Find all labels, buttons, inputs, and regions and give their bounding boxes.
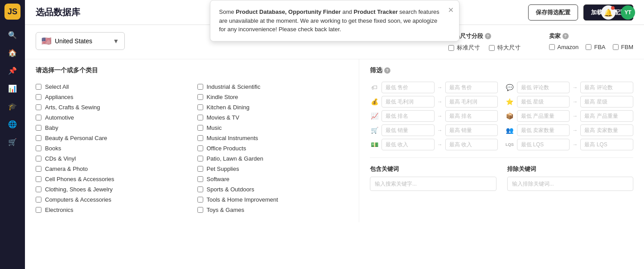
- category-arts-crafts-input[interactable]: [36, 104, 41, 110]
- category-sports-input[interactable]: [197, 186, 203, 192]
- category-kindle-input[interactable]: [197, 94, 203, 100]
- category-cell-phones-input[interactable]: [36, 176, 41, 182]
- category-cds[interactable]: CDs & Vinyl: [36, 153, 187, 164]
- category-computers-input[interactable]: [36, 197, 41, 203]
- category-arts-crafts[interactable]: Arts, Crafts & Sewing: [36, 102, 187, 112]
- category-books-input[interactable]: [36, 145, 41, 151]
- category-baby[interactable]: Baby: [36, 123, 187, 133]
- sidebar-icon-chart[interactable]: 📊: [4, 80, 21, 96]
- fbm-input[interactable]: [613, 44, 619, 50]
- save-filter-button[interactable]: 保存筛选配置: [528, 4, 578, 21]
- fbm-checkbox[interactable]: FBM: [613, 44, 633, 50]
- min-price-input[interactable]: [381, 82, 435, 93]
- category-industrial[interactable]: Industrial & Scientific: [197, 82, 349, 92]
- category-office-input[interactable]: [197, 145, 203, 151]
- country-selector[interactable]: 🇺🇸 United States ▼: [36, 32, 125, 50]
- min-margin-input[interactable]: [381, 96, 435, 108]
- category-electronics-input[interactable]: [36, 207, 41, 213]
- category-appliances-input[interactable]: [36, 94, 41, 100]
- oversized-checkbox[interactable]: 特大尺寸: [489, 44, 521, 52]
- sidebar-icon-cart[interactable]: 🛒: [4, 134, 21, 150]
- oversized-input[interactable]: [489, 45, 495, 51]
- category-select-all[interactable]: Select All: [36, 82, 187, 92]
- min-lqs-input[interactable]: [517, 139, 570, 150]
- category-beauty-input[interactable]: [36, 135, 41, 141]
- category-pet-input[interactable]: [197, 166, 203, 172]
- amazon-input[interactable]: [549, 44, 555, 50]
- min-sellers-input[interactable]: [517, 124, 570, 136]
- notification-close-button[interactable]: ✕: [448, 5, 454, 16]
- min-review-input[interactable]: [517, 82, 570, 93]
- country-name: United States: [55, 37, 92, 45]
- standard-size-checkbox[interactable]: 标准尺寸: [448, 44, 480, 52]
- category-software-input[interactable]: [197, 176, 203, 182]
- category-tools[interactable]: Tools & Home Improvement: [197, 195, 349, 205]
- max-sales-input[interactable]: [445, 124, 498, 136]
- category-books[interactable]: Books: [36, 143, 187, 153]
- min-revenue-input[interactable]: [381, 139, 435, 150]
- min-rank-input[interactable]: [381, 110, 435, 122]
- max-rating-input[interactable]: [580, 96, 633, 108]
- sidebar-icon-search[interactable]: 🔍: [4, 27, 21, 43]
- category-clothing-input[interactable]: [36, 186, 41, 192]
- min-sales-input[interactable]: [381, 124, 435, 136]
- max-review-input[interactable]: [580, 82, 633, 93]
- category-computers[interactable]: Computers & Accessories: [36, 195, 187, 205]
- category-appliances[interactable]: Appliances: [36, 92, 187, 102]
- category-tools-input[interactable]: [197, 197, 203, 203]
- category-patio[interactable]: Patio, Lawn & Garden: [197, 153, 349, 164]
- category-movies-input[interactable]: [197, 115, 203, 120]
- sidebar-icon-pin[interactable]: 📌: [4, 62, 21, 79]
- min-rating-input[interactable]: [517, 96, 570, 108]
- category-office[interactable]: Office Products: [197, 143, 349, 153]
- max-revenue-input[interactable]: [445, 139, 498, 150]
- include-keywords-input[interactable]: [370, 177, 496, 191]
- max-rank-input[interactable]: [445, 110, 498, 122]
- standard-size-input[interactable]: [448, 45, 454, 51]
- category-industrial-input[interactable]: [197, 84, 203, 90]
- category-automotive[interactable]: Automotive: [36, 112, 187, 123]
- sidebar-icon-home[interactable]: 🏠: [4, 45, 21, 61]
- category-toys-input[interactable]: [197, 207, 203, 213]
- max-price-input[interactable]: [445, 82, 498, 93]
- notification-icon[interactable]: 🔔: [601, 5, 615, 20]
- category-music[interactable]: Music: [197, 123, 349, 133]
- category-cds-input[interactable]: [36, 156, 41, 161]
- category-kitchen-input[interactable]: [197, 104, 203, 110]
- avatar[interactable]: YT: [621, 5, 635, 20]
- category-automotive-input[interactable]: [36, 115, 41, 120]
- category-patio-input[interactable]: [197, 156, 203, 161]
- category-baby-input[interactable]: [36, 125, 41, 131]
- category-cell-phones[interactable]: Cell Phones & Accessories: [36, 174, 187, 184]
- category-electronics[interactable]: Electronics: [36, 205, 187, 215]
- category-musical-instruments[interactable]: Musical Instruments: [197, 133, 349, 143]
- category-camera[interactable]: Camera & Photo: [36, 164, 187, 174]
- max-margin-input[interactable]: [445, 96, 498, 108]
- category-movies[interactable]: Movies & TV: [197, 112, 349, 123]
- sidebar-icon-globe[interactable]: 🌐: [4, 116, 21, 132]
- category-sports[interactable]: Sports & Outdoors: [197, 184, 349, 195]
- fba-input[interactable]: [586, 44, 591, 50]
- category-musical-instruments-input[interactable]: [197, 135, 203, 141]
- max-sellers-input[interactable]: [580, 124, 633, 136]
- amazon-checkbox[interactable]: Amazon: [549, 44, 579, 50]
- category-kindle[interactable]: Kindle Store: [197, 92, 349, 102]
- category-pet[interactable]: Pet Supplies: [197, 164, 349, 174]
- category-beauty[interactable]: Beauty & Personal Care: [36, 133, 187, 143]
- filters-title: 筛选 ?: [370, 66, 633, 74]
- fba-checkbox[interactable]: FBA: [586, 44, 605, 50]
- review-icon: 💬: [505, 84, 514, 91]
- category-kitchen[interactable]: Kitchen & Dining: [197, 102, 349, 112]
- category-music-input[interactable]: [197, 125, 203, 131]
- max-weight-input[interactable]: [580, 110, 633, 122]
- max-lqs-input[interactable]: [580, 139, 633, 150]
- min-weight-input[interactable]: [517, 110, 570, 122]
- category-clothing[interactable]: Clothing, Shoes & Jewelry: [36, 184, 187, 195]
- category-select-all-input[interactable]: [36, 84, 41, 90]
- exclude-keywords-input[interactable]: [507, 177, 634, 191]
- category-toys[interactable]: Toys & Games: [197, 205, 349, 215]
- categories-title: 请选择一个或多个类目: [36, 66, 348, 74]
- sidebar-icon-edu[interactable]: 🎓: [4, 98, 21, 114]
- category-software[interactable]: Software: [197, 174, 349, 184]
- category-camera-input[interactable]: [36, 166, 41, 172]
